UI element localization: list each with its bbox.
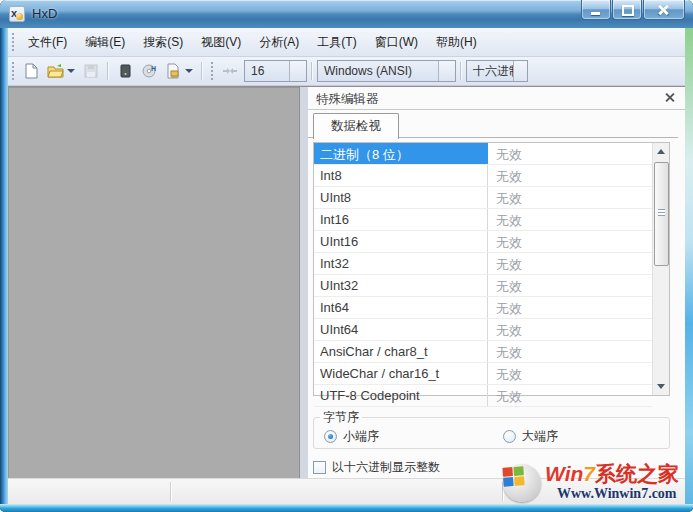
minimize-button[interactable] — [581, 0, 611, 20]
menu-search[interactable]: 搜索(S) — [134, 30, 192, 55]
table-row[interactable]: UInt8无效 — [314, 187, 652, 209]
offset-base-combo[interactable]: 十六进制 — [466, 60, 528, 82]
table-row[interactable]: Int32无效 — [314, 253, 652, 275]
open-disk-button[interactable] — [113, 60, 137, 82]
menu-help[interactable]: 帮助(H) — [427, 30, 486, 55]
new-file-button[interactable] — [19, 60, 43, 82]
menu-window[interactable]: 窗口(W) — [366, 30, 427, 55]
row-value[interactable]: 无效 — [488, 165, 652, 186]
bytes-per-row-button[interactable] — [218, 60, 242, 82]
menubar-gripper[interactable] — [12, 33, 14, 51]
radio-unchecked-icon — [503, 430, 516, 443]
table-row[interactable]: Int64无效 — [314, 297, 652, 319]
data-inspector-list: 二进制（8 位）无效 Int8无效 UInt8无效 Int16无效 UInt16… — [313, 142, 670, 396]
toolbar-gripper[interactable] — [12, 62, 14, 80]
window-border-left[interactable] — [0, 28, 8, 504]
row-value[interactable]: 无效 — [488, 297, 652, 318]
row-value[interactable]: 无效 — [488, 363, 652, 384]
table-row[interactable]: WideChar / char16_t无效 — [314, 363, 652, 385]
app-icon: x — [9, 6, 25, 22]
row-value[interactable]: 无效 — [488, 231, 652, 252]
row-value[interactable]: 无效 — [488, 143, 652, 164]
special-editors-panel: 特殊编辑器 数据检视 二进制（8 位）无效 Int8无效 UInt8无效 Int… — [308, 87, 685, 478]
save-button[interactable] — [79, 60, 103, 82]
row-label: WideChar / char16_t — [314, 363, 488, 384]
arrow-down-icon — [657, 384, 665, 389]
save-icon — [83, 63, 99, 79]
minimize-icon — [591, 12, 600, 15]
row-value[interactable]: 无效 — [488, 187, 652, 208]
encoding-value: Windows (ANSI) — [318, 64, 438, 78]
radio-little-endian[interactable]: 小端序 — [324, 428, 379, 445]
window-title: HxD — [32, 6, 57, 21]
window-border-bottom[interactable] — [0, 504, 693, 512]
list-scrollbar[interactable] — [652, 143, 669, 395]
open-ram-button[interactable] — [161, 60, 185, 82]
menu-bar: 文件(F) 编辑(E) 搜索(S) 视图(V) 分析(A) 工具(T) 窗口(W… — [8, 28, 685, 57]
toolbar-gripper-2[interactable] — [211, 62, 213, 80]
table-row[interactable]: AnsiChar / char8_t无效 — [314, 341, 652, 363]
row-value[interactable]: 无效 — [488, 209, 652, 230]
menu-tools[interactable]: 工具(T) — [308, 30, 365, 55]
bytes-per-row-icon — [222, 63, 238, 79]
statusbar-separator — [502, 482, 504, 501]
encoding-combo[interactable]: Windows (ANSI) — [317, 60, 456, 82]
table-row[interactable]: UInt32无效 — [314, 275, 652, 297]
open-disk-image-icon: H — [141, 63, 158, 79]
row-label: UInt32 — [314, 275, 488, 296]
table-row[interactable]: UTF-8 Codepoint无效 — [314, 385, 652, 407]
offset-base-drop-button[interactable] — [513, 61, 527, 81]
row-label: Int16 — [314, 209, 488, 230]
table-row[interactable]: 二进制（8 位）无效 — [314, 143, 652, 165]
hex-display-label: 以十六进制显示整数 — [332, 459, 440, 476]
row-label: 二进制（8 位） — [314, 143, 488, 164]
row-value[interactable]: 无效 — [488, 319, 652, 340]
open-file-dropdown-caret[interactable] — [67, 69, 75, 73]
open-disk-image-button[interactable]: H — [137, 60, 161, 82]
table-row[interactable]: Int8无效 — [314, 165, 652, 187]
scroll-down-button[interactable] — [653, 378, 669, 395]
row-value[interactable]: 无效 — [488, 341, 652, 362]
thumb-grip-icon — [658, 209, 665, 216]
table-row[interactable]: UInt64无效 — [314, 319, 652, 341]
tab-strip: 数据检视 — [308, 113, 685, 138]
checkbox-unchecked-icon[interactable] — [313, 461, 326, 474]
scrollbar-thumb[interactable] — [654, 162, 669, 266]
open-ram-dropdown-caret[interactable] — [185, 69, 193, 73]
bytes-per-row-value: 16 — [245, 64, 289, 78]
tab-data-inspector[interactable]: 数据检视 — [313, 113, 399, 139]
radio-little-endian-label: 小端序 — [343, 428, 379, 445]
panel-splitter[interactable] — [300, 87, 308, 478]
row-label: AnsiChar / char8_t — [314, 341, 488, 362]
panel-close-icon[interactable] — [664, 92, 675, 103]
row-label: UTF-8 Codepoint — [314, 385, 488, 406]
menu-analysis[interactable]: 分析(A) — [250, 30, 308, 55]
row-value[interactable]: 无效 — [488, 275, 652, 296]
scroll-up-button[interactable] — [653, 143, 669, 160]
table-row[interactable]: UInt16无效 — [314, 231, 652, 253]
maximize-button[interactable] — [612, 0, 642, 20]
row-value[interactable]: 无效 — [488, 253, 652, 274]
encoding-drop-button[interactable] — [438, 61, 455, 81]
row-value[interactable]: 无效 — [488, 385, 652, 406]
row-label: Int64 — [314, 297, 488, 318]
bytes-per-row-drop-button[interactable] — [289, 61, 306, 81]
bytes-per-row-combo[interactable]: 16 — [244, 60, 307, 82]
radio-big-endian[interactable]: 大端序 — [503, 428, 558, 445]
window-border-right[interactable] — [685, 28, 693, 504]
table-row[interactable]: Int16无效 — [314, 209, 652, 231]
menu-view[interactable]: 视图(V) — [192, 30, 250, 55]
row-label: UInt64 — [314, 319, 488, 340]
open-file-button[interactable] — [43, 60, 67, 82]
hex-display-checkbox-row[interactable]: 以十六进制显示整数 — [313, 459, 440, 476]
byte-order-legend: 字节序 — [320, 409, 362, 426]
menu-file[interactable]: 文件(F) — [19, 30, 76, 55]
data-inspector-rows: 二进制（8 位）无效 Int8无效 UInt8无效 Int16无效 UInt16… — [314, 143, 652, 395]
close-button[interactable] — [643, 0, 685, 20]
titlebar[interactable]: x HxD — [0, 0, 693, 28]
radio-big-endian-label: 大端序 — [522, 428, 558, 445]
offset-base-value: 十六进制 — [467, 63, 513, 80]
menu-edit[interactable]: 编辑(E) — [76, 30, 134, 55]
open-disk-icon — [117, 63, 133, 79]
editor-workspace — [8, 87, 300, 478]
